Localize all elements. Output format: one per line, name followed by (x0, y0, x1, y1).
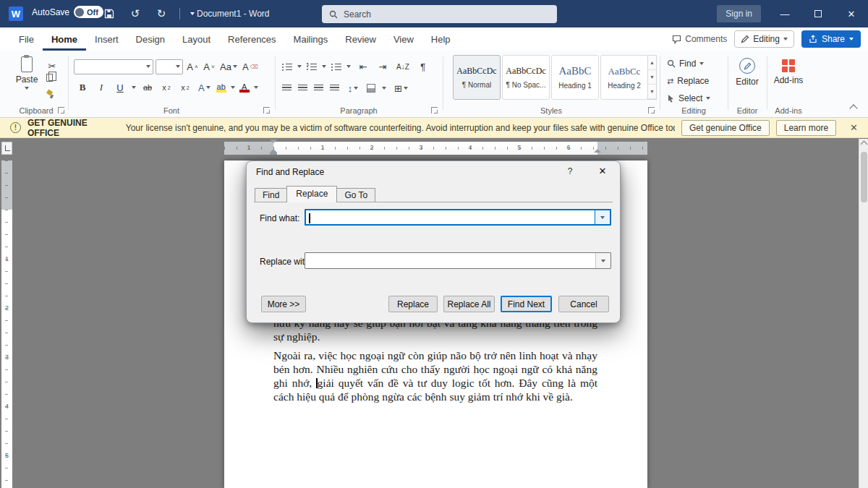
replace-with-value[interactable] (305, 253, 595, 268)
indent-marker[interactable] (270, 140, 277, 155)
vertical-ruler[interactable]: 1 2 3 4 5 (1, 160, 12, 488)
tab-references[interactable]: References (219, 27, 284, 51)
style-no-spacing[interactable]: AaBbCcDc ¶ No Spac... (502, 55, 550, 100)
paste-button[interactable]: Paste (12, 56, 42, 104)
find-what-dropdown[interactable] (595, 210, 610, 224)
align-center-icon[interactable] (298, 85, 307, 92)
tab-file[interactable]: File (10, 27, 43, 51)
dialog-tab-goto[interactable]: Go To (336, 188, 375, 202)
dialog-close-icon[interactable]: ✕ (595, 166, 610, 176)
doc-line[interactable]: ghi nhớ, giải quyết vấn đề và tư duy log… (273, 376, 597, 390)
tab-help[interactable]: Help (422, 27, 459, 51)
left-indent-icon[interactable] (270, 153, 277, 155)
close-button[interactable]: ✕ (835, 0, 868, 27)
right-indent-icon[interactable] (594, 149, 601, 153)
share-button[interactable]: Share (801, 30, 861, 48)
font-color-options-icon[interactable] (254, 86, 258, 89)
replace-button-dialog[interactable]: Replace (388, 296, 438, 312)
styles-scroll-down-icon[interactable]: ▼ (648, 70, 656, 85)
subscript-button[interactable]: x2 (159, 80, 174, 95)
cancel-button[interactable]: Cancel (558, 296, 609, 312)
maximize-button[interactable] (801, 0, 835, 27)
paragraph-dialog-launcher-icon[interactable] (431, 107, 438, 114)
font-dialog-launcher-icon[interactable] (263, 107, 270, 114)
sort-icon[interactable]: A↓Z (395, 59, 411, 74)
tab-view[interactable]: View (385, 27, 422, 51)
editing-mode-button[interactable]: Editing (734, 30, 794, 48)
numbering-icon[interactable] (307, 63, 317, 71)
customize-qat-icon[interactable] (190, 12, 195, 15)
banner-close-icon[interactable]: ✕ (850, 122, 858, 133)
replace-all-button[interactable]: Replace All (443, 296, 495, 312)
replace-with-combobox[interactable] (305, 252, 611, 269)
save-icon[interactable] (101, 6, 117, 22)
tab-home[interactable]: Home (43, 27, 86, 51)
borders-icon[interactable]: ⊞ (393, 80, 409, 96)
styles-scroll-up-icon[interactable]: ▲ (648, 56, 656, 70)
document-text[interactable]: hữu kỹ năng này sẽ giúp bạn nổi bật và t… (273, 316, 597, 403)
underline-button[interactable]: U (113, 80, 127, 95)
tab-layout[interactable]: Layout (174, 27, 219, 51)
underline-options-icon[interactable] (132, 86, 136, 89)
highlight-options-icon[interactable] (231, 86, 235, 89)
tab-stop-selector[interactable] (1, 142, 12, 155)
font-name-combobox[interactable] (74, 59, 153, 74)
find-what-combobox[interactable] (305, 209, 611, 226)
tab-mailings[interactable]: Mailings (285, 27, 337, 51)
tab-design[interactable]: Design (127, 27, 174, 51)
bullets-icon[interactable] (282, 63, 292, 71)
select-button[interactable]: Select (667, 91, 710, 106)
styles-gallery-more-icon[interactable]: ▼ (648, 85, 656, 99)
format-painter-icon[interactable] (46, 90, 54, 98)
comments-button[interactable]: Comments (672, 34, 727, 44)
paragraph-marks-icon[interactable]: ¶ (416, 59, 430, 74)
get-genuine-office-button[interactable]: Get genuine Office (681, 120, 770, 136)
replace-button[interactable]: ⇄ Replace (667, 74, 709, 88)
scrollbar-thumb[interactable] (861, 152, 867, 202)
italic-button[interactable]: I (94, 80, 109, 95)
collapse-ribbon-icon[interactable] (849, 104, 857, 112)
font-color-button[interactable]: A (239, 82, 250, 93)
more-button[interactable]: More >> (261, 296, 306, 312)
vertical-scrollbar[interactable] (859, 139, 868, 488)
find-what-value[interactable] (306, 210, 595, 224)
doc-line[interactable]: bén hơn. Nhiều nghiên cứu cho thấy người… (273, 362, 597, 376)
align-right-icon[interactable] (314, 85, 323, 92)
line-spacing-icon[interactable]: ↕ (346, 80, 360, 96)
search-input[interactable]: Search (322, 5, 557, 23)
autosave-toggle[interactable]: AutoSave Off (32, 6, 103, 18)
decrease-indent-icon[interactable]: ⇤ (356, 59, 370, 74)
word-logo-icon[interactable]: W (9, 7, 23, 21)
highlight-color-button[interactable]: ab (216, 82, 226, 93)
dialog-help-icon[interactable]: ? (563, 166, 576, 176)
first-line-indent-icon[interactable] (270, 140, 277, 143)
text-effects-button[interactable]: A (197, 80, 212, 95)
editor-button[interactable]: Editor (731, 58, 764, 87)
align-left-icon[interactable] (282, 85, 292, 92)
justify-icon[interactable] (330, 85, 339, 92)
multilevel-list-icon[interactable] (331, 63, 341, 71)
copy-icon[interactable] (46, 74, 53, 82)
doc-line[interactable]: Ngoài ra, việc học ngoại ngữ còn giúp nã… (273, 348, 597, 362)
change-case-button[interactable]: Aa (218, 59, 239, 74)
clipboard-dialog-launcher-icon[interactable] (58, 107, 64, 114)
sign-in-button[interactable]: Sign in (717, 5, 761, 22)
style-normal[interactable]: AaBbCcDc ¶ Normal (453, 55, 501, 100)
decrease-font-size-button[interactable]: A˅ (202, 59, 216, 74)
tab-insert[interactable]: Insert (86, 27, 127, 51)
dialog-tab-replace[interactable]: Replace (286, 186, 337, 202)
tab-review[interactable]: Review (336, 27, 385, 51)
styles-dialog-launcher-icon[interactable] (648, 107, 655, 114)
learn-more-button[interactable]: Learn more (776, 120, 836, 136)
undo-icon[interactable]: ↺ (127, 6, 143, 22)
addins-button[interactable]: Add-ins (770, 59, 807, 85)
style-heading-2[interactable]: AaBbCc Heading 2 (600, 55, 648, 100)
doc-line[interactable]: sự nghiệp. (273, 330, 597, 343)
shading-icon[interactable] (367, 84, 375, 93)
dialog-tab-find[interactable]: Find (255, 188, 287, 202)
bold-button[interactable]: B (75, 80, 90, 95)
replace-with-dropdown[interactable] (595, 253, 610, 268)
horizontal-ruler[interactable]: 1 1 2 3 4 5 6 (224, 142, 647, 155)
find-next-button[interactable]: Find Next (501, 296, 552, 312)
doc-line[interactable]: cách hiệu quả để phòng ngừa các bệnh suy… (273, 390, 597, 403)
